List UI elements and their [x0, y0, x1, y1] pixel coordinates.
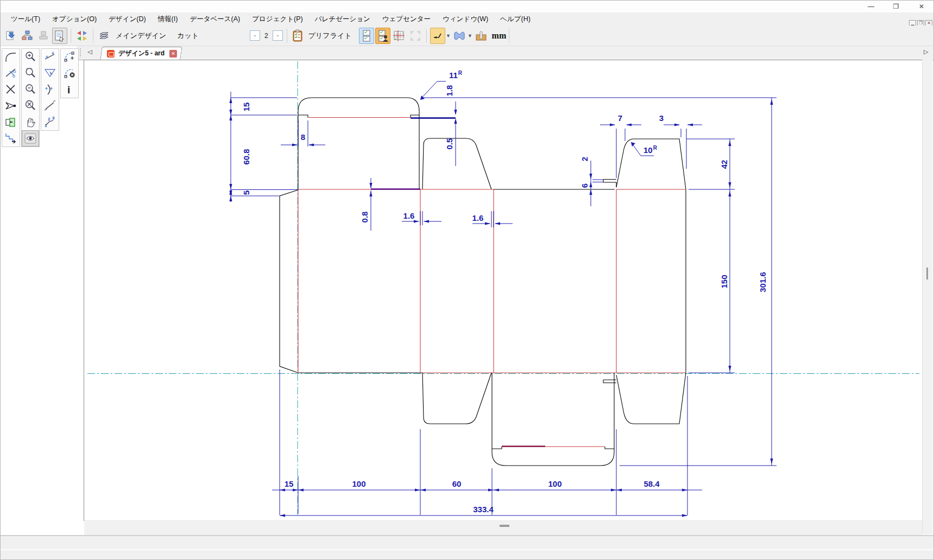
units-label[interactable]: mm — [492, 31, 507, 41]
layers-icon[interactable] — [97, 28, 112, 44]
checklist-icon[interactable] — [359, 28, 374, 44]
zoom-out-tool[interactable] — [22, 81, 39, 98]
show-hide-eye-tool[interactable] — [22, 130, 39, 147]
dim-w2: 100 — [352, 479, 365, 488]
layer-name-label[interactable]: カット — [177, 31, 199, 41]
cut-lines — [280, 98, 686, 466]
dim-step-a: 2 — [580, 157, 589, 161]
line-type-icon[interactable] — [430, 28, 445, 44]
circle-add-tool[interactable] — [61, 49, 78, 65]
cut-line-tool[interactable] — [2, 65, 20, 81]
menu-help[interactable]: ヘルプ(H) — [494, 12, 537, 26]
menu-tools[interactable]: ツール(T) — [5, 12, 46, 26]
hierarchy-icon[interactable] — [20, 28, 35, 44]
menu-options[interactable]: オプション(O) — [46, 12, 103, 26]
vertical-scroll-thumb[interactable] — [926, 268, 928, 279]
svg-text:1: 1 — [45, 123, 47, 128]
dimension-arrowheads — [229, 96, 773, 517]
stamp-icon[interactable] — [36, 28, 51, 44]
dim-side-mid: 60.8 — [242, 149, 251, 164]
dim-tab-a: 7 — [618, 113, 622, 123]
vertical-scrollbar[interactable] — [922, 60, 933, 534]
line-segment-tool[interactable] — [41, 98, 59, 114]
dim-side-top: 15 — [242, 103, 251, 112]
tab-title: デザイン5 - ard — [118, 49, 165, 58]
dim-step-b: 6 — [580, 183, 589, 188]
dim-tab-radius: 10R — [643, 145, 658, 155]
menu-webcenter[interactable]: ウェブセンター — [376, 12, 437, 26]
toolbox-column-1 — [2, 48, 20, 147]
dim-side-low: 5 — [242, 190, 251, 195]
zoom-extents-tool[interactable] — [22, 98, 39, 114]
units-ruler-icon[interactable] — [474, 28, 489, 44]
dim-inset-b: 1.6 — [472, 213, 484, 222]
horizontal-scroll-thumb[interactable] — [500, 525, 509, 527]
menu-design[interactable]: デザイン(D) — [103, 12, 152, 26]
level-dropdown-icon[interactable]: ⌄ — [250, 30, 260, 41]
select-triangle-tool[interactable] — [41, 65, 59, 81]
toolbar-separator — [71, 29, 71, 43]
circle-delete-tool[interactable] — [61, 65, 78, 81]
shape-fill-icon[interactable] — [452, 28, 467, 44]
zoom-in-tool[interactable] — [22, 49, 39, 65]
paste-icon[interactable] — [3, 28, 18, 44]
toolbox-column-3: 123 — [41, 48, 59, 131]
menu-palletization[interactable]: パレチゼーション — [309, 12, 376, 26]
maximize-icon[interactable]: ❐ — [888, 2, 904, 11]
spec-sheet-icon[interactable] — [52, 28, 67, 44]
dim-w1: 15 — [285, 479, 294, 488]
line-type-caret-icon[interactable]: ▼ — [446, 33, 451, 39]
tab-close-icon[interactable]: ✕ — [169, 50, 177, 58]
menu-database[interactable]: データベース(A) — [184, 12, 246, 26]
sequence-123-tool[interactable]: 123 — [41, 114, 59, 130]
menu-info[interactable]: 情報(I) — [152, 12, 184, 26]
toolbar-separator — [509, 29, 509, 43]
expand-icon[interactable] — [408, 28, 423, 44]
document-icon — [107, 50, 115, 58]
dieline-drawing[interactable]: 15 60.8 5 8 1.8 0.5 0.8 1.6 1.6 7 3 11R … — [85, 60, 922, 520]
level-dropdown-2-icon[interactable]: ⌄ — [273, 30, 283, 41]
dim-notch-a: 1.8 — [445, 85, 454, 97]
tab-scroll-right-icon[interactable]: ▷ — [924, 48, 928, 55]
horizontal-scrollbar[interactable] — [84, 520, 922, 535]
direction-point-tool[interactable] — [2, 98, 20, 114]
minimize-icon[interactable]: — — [863, 2, 879, 11]
dim-w3: 60 — [452, 479, 462, 488]
menu-window[interactable]: ウィンドウ(W) — [437, 12, 494, 26]
main-toolbar: メインデザイン カット ⌄ 2 ⌄ プリフライト ▼ ▼ mm — [1, 26, 934, 46]
sync-icon[interactable] — [74, 28, 90, 44]
close-icon[interactable]: ✕ — [913, 2, 930, 11]
arc-blend-tool[interactable] — [41, 81, 59, 98]
preflight-label[interactable]: プリフライト — [308, 31, 352, 41]
grid-lines-icon[interactable] — [392, 28, 407, 44]
panel-connect-tool[interactable] — [2, 114, 20, 130]
dim-lid-radius: 11R — [449, 70, 463, 80]
dim-body-h: 150 — [720, 275, 729, 288]
delete-line-tool[interactable] — [2, 81, 20, 98]
tab-scroll-left-icon[interactable]: ◁ — [87, 48, 92, 55]
level-value: 2 — [264, 32, 268, 40]
zoom-window-tool[interactable] — [22, 65, 39, 81]
user-checklist-icon[interactable] — [375, 28, 390, 44]
design-name-label[interactable]: メインデザイン — [116, 31, 166, 41]
svg-text:i: i — [67, 84, 70, 96]
svg-text:2: 2 — [48, 117, 51, 122]
pan-hand-tool[interactable] — [22, 114, 39, 130]
title-bar: — ❐ ✕ — [1, 1, 934, 13]
tab-design5[interactable]: デザイン5 - ard ✕ — [100, 47, 182, 60]
status-bar — [1, 535, 934, 560]
dim-tab-b: 3 — [659, 113, 664, 123]
dim-notch-b: 0.5 — [445, 138, 454, 150]
info-tool[interactable]: i — [61, 81, 78, 98]
line-plus-tool[interactable] — [41, 49, 59, 65]
status-bar-divider — [1, 549, 934, 550]
dim-shoulder: 8 — [301, 132, 305, 142]
menu-project[interactable]: プロジェクト(P) — [246, 12, 308, 26]
toolbar-separator — [93, 29, 93, 43]
shape-fill-caret-icon[interactable]: ▼ — [468, 33, 473, 39]
dim-w5: 58.4 — [643, 479, 660, 488]
toolbox-column-2 — [21, 48, 40, 147]
preflight-clipboard-icon[interactable] — [291, 28, 305, 44]
stair-step-tool[interactable] — [2, 130, 20, 147]
fillet-arc-tool[interactable] — [2, 49, 20, 65]
